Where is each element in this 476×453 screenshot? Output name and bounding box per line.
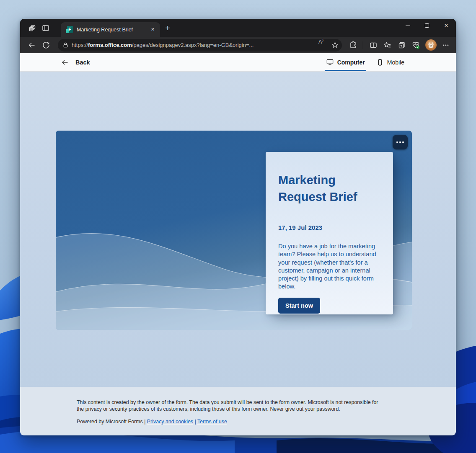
toolbar-divider bbox=[363, 41, 363, 49]
favorites-icon[interactable] bbox=[381, 39, 394, 51]
split-screen-icon[interactable] bbox=[367, 39, 380, 51]
minimize-icon[interactable] bbox=[398, 19, 417, 32]
tab-computer[interactable]: Computer bbox=[326, 53, 365, 71]
tab-title: Marketing Request Brief bbox=[77, 27, 145, 33]
tab-mobile[interactable]: Mobile bbox=[376, 53, 404, 71]
footer-disclaimer: This content is created by the owner of … bbox=[77, 399, 385, 412]
mobile-label: Mobile bbox=[387, 59, 404, 66]
forms-favicon: F bbox=[66, 26, 73, 33]
active-tab-underline bbox=[325, 70, 366, 71]
read-aloud-icon[interactable]: A) bbox=[316, 39, 326, 51]
computer-label: Computer bbox=[337, 59, 365, 66]
new-tab-button[interactable]: + bbox=[165, 24, 170, 32]
address-bar[interactable]: https://forms.office.com/pages/designpag… bbox=[58, 39, 342, 51]
computer-icon bbox=[326, 58, 334, 66]
back-icon[interactable] bbox=[25, 39, 38, 51]
powered-by-text: Powered by Microsoft Forms bbox=[77, 419, 143, 425]
tab-actions-icon[interactable] bbox=[39, 21, 52, 35]
tab-strip: F Marketing Request Brief ✕ + ✕ bbox=[20, 19, 456, 37]
terms-of-use-link[interactable]: Terms of use bbox=[197, 419, 227, 425]
form-footer: This content is created by the owner of … bbox=[20, 387, 456, 435]
favorite-star-icon[interactable] bbox=[329, 39, 340, 51]
form-title: Marketing Request Brief bbox=[278, 172, 368, 205]
back-label: Back bbox=[75, 59, 90, 66]
footer-powered-by: Powered by Microsoft Forms | Privacy and… bbox=[77, 419, 389, 425]
url-text[interactable]: https://forms.office.com/pages/designpag… bbox=[72, 42, 313, 48]
form-start-card: Marketing Request Brief 17, 19 Jul 2023 … bbox=[266, 152, 393, 314]
banner-more-options-icon[interactable] bbox=[393, 135, 408, 149]
browser-window: F Marketing Request Brief ✕ + ✕ bbox=[20, 19, 456, 435]
form-preview-area: Marketing Request Brief 17, 19 Jul 2023 … bbox=[20, 72, 456, 387]
device-preview-tabs: Computer Mobile bbox=[326, 53, 404, 71]
browser-essentials-icon[interactable] bbox=[409, 39, 422, 51]
back-arrow-icon bbox=[61, 58, 69, 67]
back-button[interactable]: Back bbox=[61, 53, 90, 71]
refresh-icon[interactable] bbox=[39, 39, 52, 51]
close-icon[interactable]: ✕ bbox=[437, 19, 456, 32]
form-date: 17, 19 Jul 2023 bbox=[278, 224, 380, 231]
form-description: Do you have a job for the marketing team… bbox=[278, 242, 380, 291]
collections-icon[interactable] bbox=[395, 39, 408, 51]
browser-tab[interactable]: F Marketing Request Brief ✕ bbox=[61, 22, 160, 37]
privacy-and-cookies-link[interactable]: Privacy and cookies bbox=[147, 419, 193, 425]
tab-close-icon[interactable]: ✕ bbox=[149, 26, 157, 33]
browser-toolbar: https://forms.office.com/pages/designpag… bbox=[20, 37, 456, 53]
footer-separator: | bbox=[194, 419, 196, 425]
profile-avatar[interactable] bbox=[424, 39, 438, 51]
mobile-icon bbox=[376, 59, 384, 66]
lock-icon[interactable] bbox=[62, 42, 69, 48]
start-now-button[interactable]: Start now bbox=[278, 298, 320, 314]
window-controls: ✕ bbox=[398, 19, 456, 32]
workspaces-icon[interactable] bbox=[26, 21, 39, 35]
extensions-icon[interactable] bbox=[347, 39, 360, 51]
forms-preview-header: Back Computer Mobile bbox=[20, 53, 456, 72]
settings-menu-icon[interactable] bbox=[439, 39, 452, 51]
footer-separator: | bbox=[144, 419, 145, 425]
form-banner-image: Marketing Request Brief 17, 19 Jul 2023 … bbox=[56, 131, 412, 330]
maximize-icon[interactable] bbox=[417, 19, 437, 32]
